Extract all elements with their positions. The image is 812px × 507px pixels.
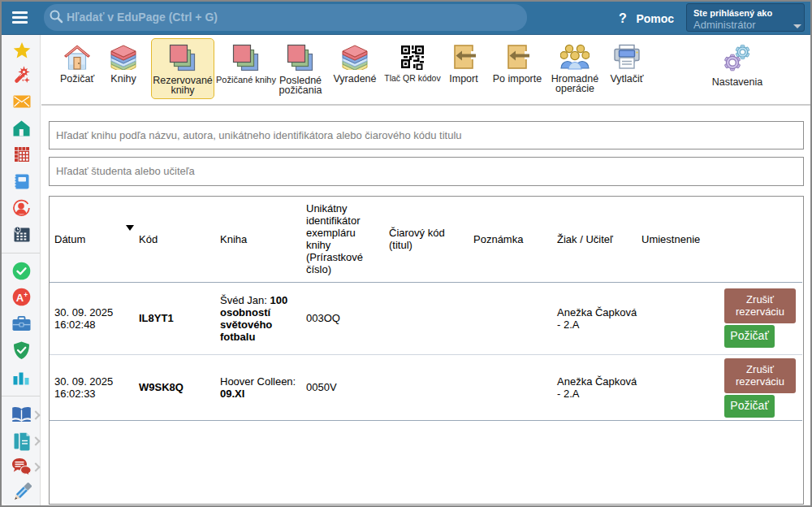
svg-text:A: A xyxy=(16,292,24,304)
svg-text:+: + xyxy=(24,291,28,299)
